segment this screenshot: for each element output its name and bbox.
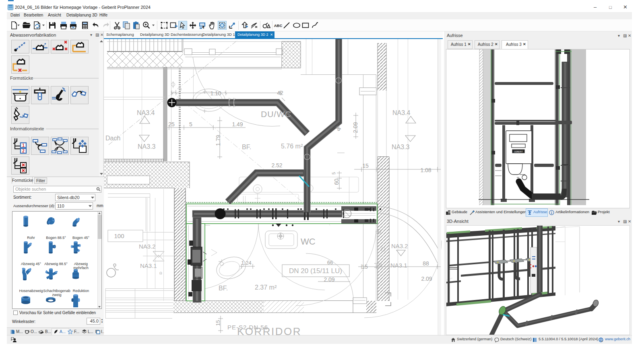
svg-text:NA3.2: NA3.2 [391, 243, 408, 249]
svg-text:GEBERIT: GEBERIT [514, 150, 523, 153]
svg-text:NA3.3: NA3.3 [392, 144, 410, 150]
svg-text:88: 88 [423, 260, 429, 267]
svg-text:NA3.4: NA3.4 [392, 109, 411, 116]
svg-text:WC: WC [301, 237, 316, 247]
svg-text:KORRIDOR: KORRIDOR [237, 325, 301, 335]
svg-text:1.08: 1.08 [420, 167, 431, 173]
svg-text:Dach: Dach [105, 135, 120, 142]
svg-text:2.52: 2.52 [271, 162, 282, 169]
svg-text:5: 5 [189, 121, 192, 128]
svg-text:NA3.1: NA3.1 [390, 262, 407, 269]
svg-text:ABC: ABC [274, 23, 283, 28]
svg-text:2.09: 2.09 [421, 276, 432, 282]
svg-text:1.10: 1.10 [210, 90, 221, 97]
svg-text:15: 15 [361, 263, 368, 270]
svg-text:1: 1 [22, 143, 25, 148]
svg-text:2.37 m²: 2.37 m² [255, 284, 277, 291]
svg-text:2.09: 2.09 [324, 276, 334, 283]
svg-text:NA3.1: NA3.1 [140, 262, 157, 269]
svg-text:BF.: BF. [219, 285, 228, 292]
svg-text:5.76 m²: 5.76 m² [281, 143, 303, 150]
svg-text:100: 100 [114, 232, 124, 239]
svg-text:NA3.3: NA3.3 [138, 143, 156, 150]
svg-text:25: 25 [168, 121, 175, 128]
svg-text:BF.: BF. [242, 144, 251, 150]
svg-text:2: 2 [22, 149, 25, 153]
svg-text:42: 42 [277, 90, 283, 96]
svg-text:2.09: 2.09 [352, 122, 359, 133]
svg-text:1.24: 1.24 [241, 260, 251, 266]
svg-text:DU/WC: DU/WC [261, 109, 291, 119]
svg-text:60: 60 [333, 179, 340, 185]
svg-text:5: 5 [331, 172, 336, 175]
svg-text:1.79: 1.79 [215, 135, 221, 146]
svg-text:15: 15 [362, 162, 369, 169]
svg-text:15: 15 [215, 320, 221, 326]
svg-text:Ω: Ω [159, 271, 162, 275]
svg-text:DN 20 (15/11 LU): DN 20 (15/11 LU) [289, 267, 342, 275]
svg-text:NA3.2: NA3.2 [139, 243, 156, 250]
svg-text:1.49: 1.49 [232, 121, 243, 128]
svg-text:NA3.4: NA3.4 [137, 109, 155, 116]
